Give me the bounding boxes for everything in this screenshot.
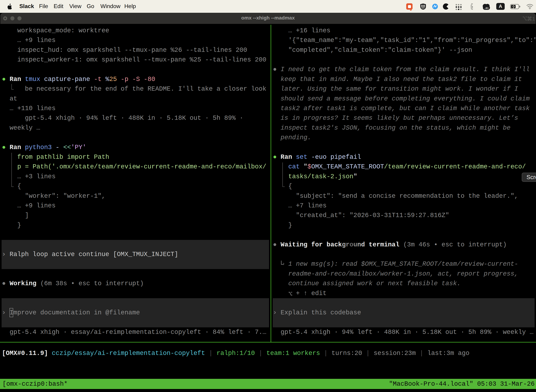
svg-text:..61: ..61 [484,6,488,9]
svg-text:1: 1 [532,16,535,21]
